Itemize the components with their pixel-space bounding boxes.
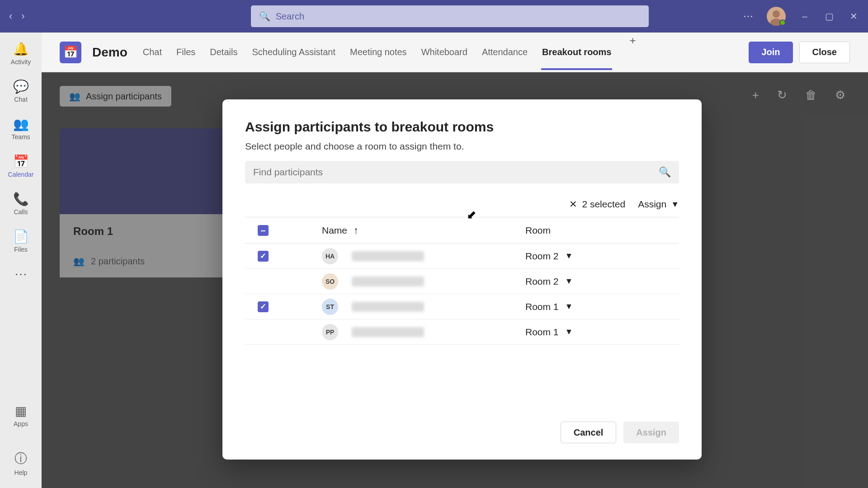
table-row: HARoom 2▼ (245, 244, 679, 269)
meeting-tabs: Chat Files Details Scheduling Assistant … (142, 34, 641, 70)
find-participants-input[interactable] (253, 167, 659, 178)
participant-checkbox[interactable] (258, 251, 269, 262)
column-room-header[interactable]: Room (525, 225, 679, 236)
rail-help[interactable]: ⓘ Help (0, 447, 42, 479)
tab-scheduling-assistant[interactable]: Scheduling Assistant (251, 34, 336, 70)
search-icon: 🔍 (259, 11, 270, 22)
participants-table-header: Name ↑ Room (245, 217, 679, 244)
file-icon: 📄 (13, 229, 29, 244)
rail-label: Calendar (8, 171, 34, 178)
dialog-footer: Cancel Assign (245, 422, 679, 443)
room-value-label: Room 2 (525, 251, 559, 262)
room-value-label: Room 1 (525, 327, 559, 338)
rail-label: Teams (11, 133, 30, 141)
participant-name-redacted (352, 251, 424, 261)
chevron-down-icon: ▼ (565, 277, 573, 286)
participant-avatar: SO (322, 273, 338, 290)
assign-dropdown-label: Assign (638, 199, 666, 210)
chevron-down-icon: ▼ (671, 200, 679, 209)
table-row: SORoom 2▼ (245, 269, 679, 294)
rail-activity[interactable]: 🔔 Activity (0, 39, 42, 68)
rail-calendar[interactable]: 📅 Calendar (0, 151, 42, 181)
find-participants-box[interactable]: 🔍 (245, 161, 679, 183)
dialog-backdrop: Assign participants to breakout rooms Se… (42, 72, 868, 488)
rail-calls[interactable]: 📞 Calls (0, 189, 42, 218)
select-all-checkbox[interactable] (258, 225, 269, 236)
rail-files[interactable]: 📄 Files (0, 226, 42, 256)
tab-attendance[interactable]: Attendance (481, 34, 528, 70)
assign-participants-dialog: Assign participants to breakout rooms Se… (222, 99, 702, 460)
nav-arrow-group: ‹ › (9, 10, 25, 22)
room-value-label: Room 1 (525, 301, 559, 312)
participant-name-redacted (352, 327, 424, 337)
search-icon: 🔍 (659, 166, 671, 178)
chevron-down-icon: ▼ (565, 327, 573, 337)
chat-icon: 💬 (13, 79, 29, 94)
assign-dropdown[interactable]: Assign ▼ (638, 199, 679, 210)
teams-icon: 👥 (13, 117, 29, 131)
dialog-subtitle: Select people and choose a room to assig… (245, 141, 679, 152)
add-tab-button[interactable]: + (625, 34, 640, 70)
user-avatar[interactable] (767, 7, 786, 26)
room-select-dropdown[interactable]: Room 1▼ (525, 327, 679, 338)
tab-chat[interactable]: Chat (142, 34, 163, 70)
tab-meeting-notes[interactable]: Meeting notes (349, 34, 408, 70)
titlebar-right-group: ⋯ – ▢ ✕ (743, 7, 859, 26)
rail-label: Activity (11, 58, 31, 66)
meeting-title: Demo (92, 45, 127, 60)
room-select-dropdown[interactable]: Room 2▼ (525, 276, 679, 287)
table-row: PPRoom 1▼ (245, 319, 679, 345)
app-rail: 🔔 Activity 💬 Chat 👥 Teams 📅 Calendar 📞 C… (0, 33, 42, 488)
close-icon: ✕ (569, 199, 577, 210)
phone-icon: 📞 (13, 192, 29, 206)
participant-avatar: PP (322, 324, 338, 340)
rail-label: Help (14, 469, 28, 476)
tab-files[interactable]: Files (175, 34, 196, 70)
title-bar: ‹ › 🔍 ⋯ – ▢ ✕ (0, 0, 868, 33)
room-value-label: Room 2 (525, 276, 559, 287)
tab-breakout-rooms[interactable]: Breakout rooms (541, 34, 612, 70)
participant-checkbox[interactable] (258, 327, 269, 338)
presence-available-icon (779, 19, 786, 26)
room-select-dropdown[interactable]: Room 2▼ (525, 251, 679, 262)
search-box[interactable]: 🔍 (251, 5, 649, 27)
rail-label: Chat (14, 96, 28, 103)
rail-label: Apps (14, 420, 28, 427)
participant-name-redacted (352, 302, 424, 312)
minimize-icon[interactable]: – (799, 11, 810, 22)
column-name-header[interactable]: Name ↑ (281, 225, 525, 236)
bell-icon: 🔔 (13, 42, 29, 56)
rail-more[interactable]: ⋯ (0, 264, 42, 284)
selected-count-label: 2 selected (582, 199, 625, 210)
close-window-icon[interactable]: ✕ (848, 11, 859, 22)
clear-selection-button[interactable]: ✕ 2 selected (569, 199, 625, 210)
assign-button[interactable]: Assign (623, 422, 679, 443)
tab-details[interactable]: Details (209, 34, 238, 70)
room-select-dropdown[interactable]: Room 1▼ (525, 301, 679, 312)
chevron-down-icon: ▼ (565, 302, 573, 311)
maximize-icon[interactable]: ▢ (824, 11, 835, 22)
cancel-button[interactable]: Cancel (561, 422, 617, 443)
column-name-label: Name (322, 225, 347, 236)
rail-apps[interactable]: ▦ Apps (0, 401, 42, 430)
tab-whiteboard[interactable]: Whiteboard (420, 34, 468, 70)
dialog-title: Assign participants to breakout rooms (245, 119, 679, 135)
rail-teams[interactable]: 👥 Teams (0, 114, 42, 143)
calendar-icon: 📅 (13, 154, 29, 169)
more-icon[interactable]: ⋯ (743, 10, 753, 22)
back-arrow-icon[interactable]: ‹ (9, 10, 12, 22)
participant-checkbox[interactable] (258, 276, 269, 287)
participant-name-redacted (352, 277, 424, 286)
search-input[interactable] (276, 11, 641, 22)
rail-label: Calls (14, 208, 28, 216)
participant-checkbox[interactable] (258, 301, 269, 312)
rail-chat[interactable]: 💬 Chat (0, 76, 42, 106)
apps-icon: ▦ (15, 404, 27, 418)
join-button[interactable]: Join (749, 42, 793, 63)
rail-label: Files (14, 246, 28, 253)
forward-arrow-icon[interactable]: › (21, 10, 24, 22)
chevron-down-icon: ▼ (565, 251, 573, 261)
header-actions: Join Close (749, 42, 850, 63)
close-meeting-button[interactable]: Close (799, 42, 850, 63)
participant-avatar: ST (322, 299, 338, 315)
